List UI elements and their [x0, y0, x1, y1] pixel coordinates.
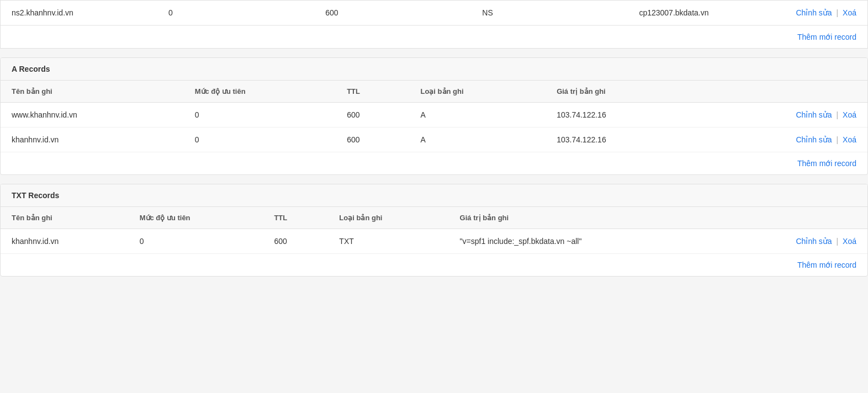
a-row-value: 103.74.122.16: [546, 103, 695, 128]
ns2-name: ns2.khanhnv.id.vn: [12, 8, 168, 17]
ns2-ttl: 600: [325, 8, 482, 17]
txt-records-header-row: Tên bản ghi Mức độ ưu tiên TTL Loại bản …: [1, 207, 867, 229]
a-col-type: Loại bản ghi: [409, 81, 546, 103]
ns-add-record-row: Thêm mới record: [1, 25, 867, 48]
txt-row-name: khanhnv.id.vn: [1, 229, 129, 254]
a-add-record-link[interactable]: Thêm mới record: [797, 159, 856, 168]
txt-col-name: Tên bản ghi: [1, 207, 129, 229]
txt-row-type: TXT: [328, 229, 448, 254]
txt-records-row: khanhnv.id.vn 0 600 TXT "v=spf1 include:…: [1, 229, 867, 254]
txt-records-table: Tên bản ghi Mức độ ưu tiên TTL Loại bản …: [1, 207, 867, 253]
ns2-value: cp123007.bkdata.vn: [639, 8, 796, 17]
txt-col-actions: [715, 207, 867, 229]
a-row-ttl: 600: [336, 128, 409, 152]
a-row-actions: Chỉnh sửa | Xoá: [695, 103, 867, 128]
a-records-table: Tên bản ghi Mức độ ưu tiên TTL Loại bản …: [1, 81, 867, 152]
a-row-priority: 0: [184, 128, 336, 152]
a-col-priority: Mức độ ưu tiên: [184, 81, 336, 103]
a-row-name: www.khanhnv.id.vn: [1, 103, 184, 128]
ns2-edit-link[interactable]: Chỉnh sửa: [796, 8, 832, 17]
a-row-edit-link[interactable]: Chỉnh sửa: [796, 110, 832, 119]
txt-col-value: Giá trị bản ghi: [449, 207, 715, 229]
a-records-table-wrapper: Tên bản ghi Mức độ ưu tiên TTL Loại bản …: [1, 81, 867, 152]
a-records-row: khanhnv.id.vn 0 600 A 103.74.122.16 Chỉn…: [1, 128, 867, 152]
separator: |: [837, 8, 839, 17]
a-col-name: Tên bản ghi: [1, 81, 184, 103]
txt-records-section: TXT Records Tên bản ghi Mức độ ưu tiên T…: [0, 184, 868, 277]
txt-records-table-wrapper: Tên bản ghi Mức độ ưu tiên TTL Loại bản …: [1, 207, 867, 253]
separator: |: [837, 110, 841, 119]
a-row-actions: Chỉnh sửa | Xoá: [695, 128, 867, 152]
txt-col-priority: Mức độ ưu tiên: [129, 207, 263, 229]
txt-row-delete-link[interactable]: Xoá: [843, 237, 856, 246]
a-records-header-row: Tên bản ghi Mức độ ưu tiên TTL Loại bản …: [1, 81, 867, 103]
txt-col-ttl: TTL: [263, 207, 328, 229]
txt-row-edit-link[interactable]: Chỉnh sửa: [796, 237, 832, 246]
txt-row-actions: Chỉnh sửa | Xoá: [715, 229, 867, 254]
txt-row-priority: 0: [129, 229, 263, 254]
a-add-record-row: Thêm mới record: [1, 152, 867, 174]
a-row-priority: 0: [184, 103, 336, 128]
a-row-delete-link[interactable]: Xoá: [843, 110, 856, 119]
separator: |: [837, 237, 841, 246]
ns-add-record-link[interactable]: Thêm mới record: [797, 33, 856, 41]
a-records-section: A Records Tên bản ghi Mức độ ưu tiên TTL…: [0, 57, 868, 175]
a-row-value: 103.74.122.16: [546, 128, 695, 152]
ns2-actions: Chỉnh sửa | Xoá: [796, 8, 856, 17]
a-records-row: www.khanhnv.id.vn 0 600 A 103.74.122.16 …: [1, 103, 867, 128]
txt-add-record-link[interactable]: Thêm mới record: [797, 261, 856, 269]
txt-col-type: Loại bản ghi: [328, 207, 448, 229]
a-records-title: A Records: [1, 58, 867, 81]
ns2-priority: 0: [168, 8, 325, 17]
txt-records-title: TXT Records: [1, 184, 867, 207]
a-row-delete-link[interactable]: Xoá: [843, 135, 856, 144]
ns2-delete-link[interactable]: Xoá: [843, 8, 856, 17]
a-col-actions: [695, 81, 867, 103]
a-row-name: khanhnv.id.vn: [1, 128, 184, 152]
a-row-edit-link[interactable]: Chỉnh sửa: [796, 135, 832, 144]
a-row-type: A: [409, 103, 546, 128]
a-col-value: Giá trị bản ghi: [546, 81, 695, 103]
separator: |: [837, 135, 841, 144]
txt-row-value: "v=spf1 include:_spf.bkdata.vn ~all": [449, 229, 715, 254]
txt-row-ttl: 600: [263, 229, 328, 254]
txt-add-record-row: Thêm mới record: [1, 253, 867, 276]
ns2-type: NS: [482, 8, 639, 17]
a-row-ttl: 600: [336, 103, 409, 128]
a-col-ttl: TTL: [336, 81, 409, 103]
a-row-type: A: [409, 128, 546, 152]
